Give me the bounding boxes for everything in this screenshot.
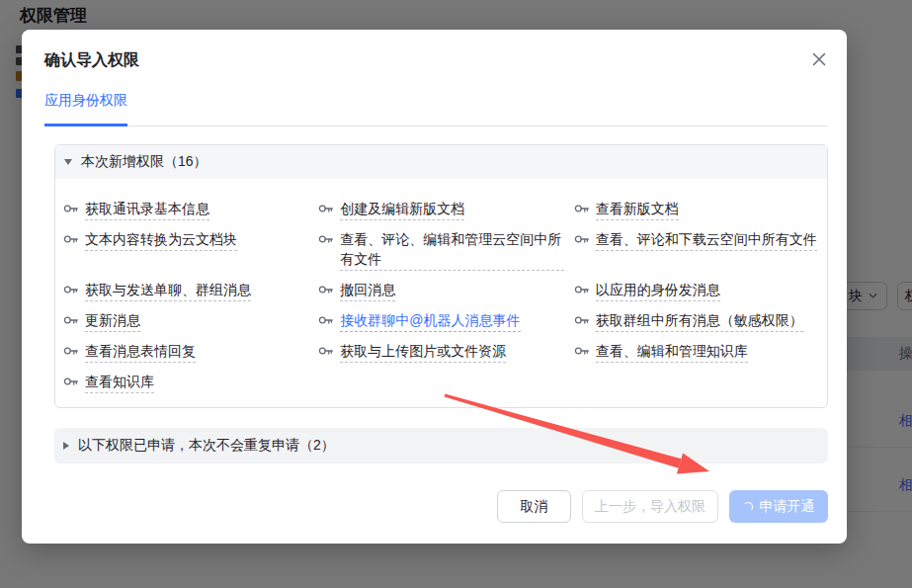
- tab-app-identity-permissions[interactable]: 应用身份权限: [44, 92, 127, 126]
- key-icon: [63, 343, 79, 359]
- apply-button[interactable]: 申请开通: [729, 490, 828, 523]
- permission-item[interactable]: 获取与发送单聊、群组消息: [63, 280, 308, 301]
- key-icon: [574, 343, 590, 359]
- permission-item[interactable]: 查看、评论和下载云空间中所有文件: [574, 229, 819, 271]
- permission-label: 获取与上传图片或文件资源: [340, 341, 506, 363]
- permission-label: 查看知识库: [85, 372, 154, 393]
- permission-label: 撤回消息: [340, 280, 395, 301]
- permission-item[interactable]: 创建及编辑新版文档: [318, 199, 563, 220]
- permission-label: 以应用的身份发消息: [596, 280, 720, 301]
- key-icon: [318, 282, 334, 297]
- permission-item[interactable]: 撤回消息: [318, 280, 563, 301]
- permission-item[interactable]: 文本内容转换为云文档块: [63, 229, 308, 271]
- permission-label: 获取通讯录基本信息: [85, 199, 209, 220]
- permission-label: 获取群组中所有消息（敏感权限）: [596, 310, 803, 332]
- cancel-button[interactable]: 取消: [497, 490, 571, 523]
- new-permissions-section: 本次新增权限（16） 获取通讯录基本信息 创建及编辑新版文档 查看新版文档 文本…: [54, 144, 828, 408]
- key-icon: [574, 282, 590, 297]
- new-permissions-header[interactable]: 本次新增权限（16）: [55, 145, 827, 179]
- key-icon: [63, 282, 79, 297]
- key-icon: [574, 312, 590, 328]
- permission-label: 查看、编辑和管理知识库: [596, 341, 748, 363]
- applied-permissions-header[interactable]: 以下权限已申请，本次不会重复申请（2）: [54, 428, 828, 463]
- key-icon: [574, 231, 590, 247]
- dialog-title: 确认导入权限: [44, 50, 139, 71]
- permission-label: 查看、评论和下载云空间中所有文件: [596, 229, 817, 251]
- permission-item[interactable]: 查看知识库: [63, 372, 308, 393]
- permission-item[interactable]: 接收群聊中@机器人消息事件: [318, 310, 563, 332]
- permission-item[interactable]: 查看、评论、编辑和管理云空间中所有文件: [318, 229, 563, 271]
- tab-bar: 应用身份权限: [44, 89, 828, 126]
- key-icon: [63, 231, 79, 247]
- key-icon: [63, 312, 79, 328]
- applied-permissions-title: 以下权限已申请，本次不会重复申请（2）: [78, 437, 335, 455]
- apply-button-label: 申请开通: [760, 498, 815, 516]
- back-import-button[interactable]: 上一步，导入权限: [582, 490, 718, 523]
- permission-label: 查看新版文档: [596, 199, 679, 220]
- permission-item[interactable]: 获取与上传图片或文件资源: [318, 341, 563, 363]
- caret-down-icon: [64, 159, 72, 165]
- permission-item[interactable]: 查看新版文档: [574, 199, 819, 220]
- close-icon[interactable]: [807, 47, 831, 71]
- permission-label: 创建及编辑新版文档: [340, 199, 464, 220]
- key-icon: [574, 201, 590, 216]
- key-icon: [318, 343, 334, 359]
- key-icon: [318, 312, 334, 328]
- permission-item[interactable]: 查看消息表情回复: [63, 341, 308, 363]
- permissions-body: 获取通讯录基本信息 创建及编辑新版文档 查看新版文档 文本内容转换为云文档块 查…: [55, 179, 827, 407]
- caret-right-icon: [63, 442, 69, 450]
- permission-label: 文本内容转换为云文档块: [85, 229, 237, 251]
- permission-label: 更新消息: [85, 310, 140, 332]
- new-permissions-title: 本次新增权限（16）: [81, 153, 207, 171]
- key-icon: [63, 374, 79, 389]
- dialog-footer: 取消 上一步，导入权限 申请开通: [497, 490, 828, 523]
- permission-item[interactable]: 更新消息: [63, 310, 308, 332]
- permission-label: 获取与发送单聊、群组消息: [85, 280, 251, 301]
- loading-spinner-icon: [743, 502, 753, 512]
- permission-item[interactable]: 获取通讯录基本信息: [63, 199, 308, 220]
- confirm-import-permissions-dialog: 确认导入权限 应用身份权限 本次新增权限（16） 获取通讯录基本信息 创建及编辑…: [22, 30, 847, 544]
- permission-label: 接收群聊中@机器人消息事件: [340, 310, 520, 332]
- permission-item[interactable]: 查看、编辑和管理知识库: [574, 341, 819, 363]
- key-icon: [318, 201, 334, 216]
- key-icon: [318, 231, 334, 247]
- key-icon: [63, 201, 79, 216]
- permission-label: 查看、评论、编辑和管理云空间中所有文件: [340, 229, 563, 271]
- permission-label: 查看消息表情回复: [85, 341, 196, 363]
- permissions-grid: 获取通讯录基本信息 创建及编辑新版文档 查看新版文档 文本内容转换为云文档块 查…: [63, 199, 819, 402]
- permission-item[interactable]: 获取群组中所有消息（敏感权限）: [574, 310, 819, 332]
- permission-item[interactable]: 以应用的身份发消息: [574, 280, 819, 301]
